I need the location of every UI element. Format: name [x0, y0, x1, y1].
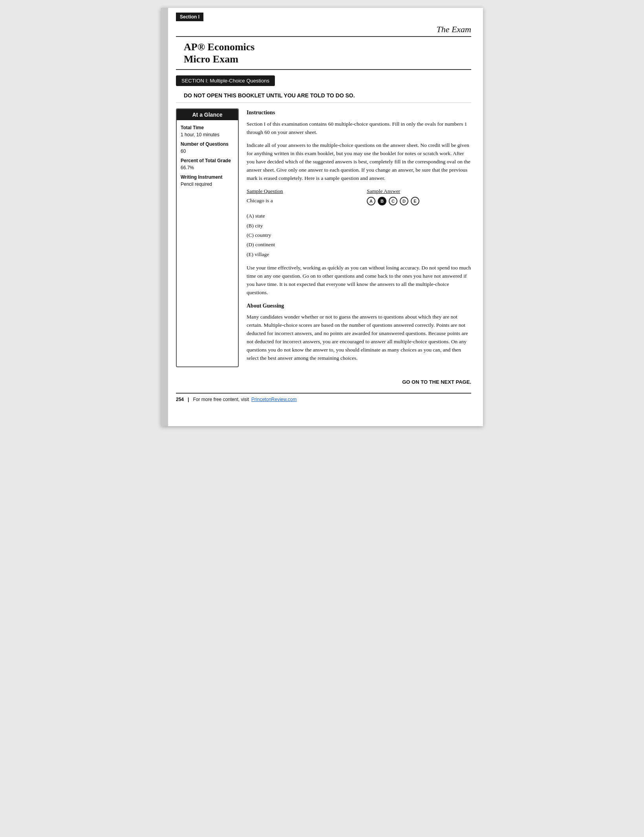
choice-B: (B) city: [247, 221, 471, 231]
footer-link[interactable]: PrincetonReview.com: [251, 397, 296, 402]
do-not-open-notice: DO NOT OPEN THIS BOOKLET UNTIL YOU ARE T…: [176, 86, 471, 103]
go-on-notice: GO ON TO THE NEXT PAGE.: [168, 371, 483, 389]
chicago-line: Chicago is a: [247, 197, 351, 205]
bubble-A: A: [367, 197, 375, 205]
instructions-title: Instructions: [247, 108, 471, 117]
footer-separator: |: [188, 397, 189, 402]
instructions-area: Instructions Section I of this examinati…: [247, 108, 471, 367]
content: Section I The Exam AP® Economics Micro E…: [168, 8, 483, 405]
about-guessing-title: About Guessing: [247, 302, 471, 310]
at-a-glance-body: Total Time 1 hour, 10 minutes Number of …: [177, 120, 238, 194]
header: Section I: [168, 8, 483, 24]
total-time-value: 1 hour, 10 minutes: [181, 131, 234, 138]
section-bar: SECTION I: Multiple-Choice Questions: [176, 75, 275, 86]
instructions-para4: Many candidates wonder whether or not to…: [247, 313, 471, 363]
choice-C: (C) country: [247, 231, 471, 240]
instrument-label: Writing Instrument: [181, 174, 234, 181]
sample-question-label: Sample Question: [247, 187, 351, 196]
instrument-value: Pencil required: [181, 181, 234, 188]
sidebar-strip: [161, 8, 168, 426]
footer-text: For more free content, visit: [193, 397, 249, 402]
bubble-E: E: [411, 197, 419, 205]
sample-table: Sample Question Chicago is a Sample Answ…: [247, 187, 471, 207]
num-questions-value: 60: [181, 148, 234, 155]
bubble-B-filled: B: [378, 197, 386, 205]
sample-question-col: Sample Question Chicago is a: [247, 187, 351, 207]
instructions-para3: Use your time effectively, working as qu…: [247, 264, 471, 297]
exam-title: AP® Economics Micro Exam: [184, 41, 459, 65]
sample-answer-label: Sample Answer: [367, 187, 471, 196]
at-a-glance-box: At a Glance Total Time 1 hour, 10 minute…: [176, 108, 239, 367]
bubble-C: C: [389, 197, 397, 205]
instructions-para1: Section I of this examination contains 6…: [247, 120, 471, 137]
total-time-label: Total Time: [181, 124, 234, 131]
the-exam-line: The Exam: [176, 24, 471, 37]
percent-label: Percent of Total Grade: [181, 157, 234, 164]
percent-value: 66.7%: [181, 164, 234, 171]
footer-page-number: 254: [176, 397, 184, 402]
page: Section I The Exam AP® Economics Micro E…: [161, 8, 483, 426]
section-badge: Section I: [176, 13, 203, 21]
num-questions-label: Number of Questions: [181, 141, 234, 148]
bubble-D: D: [400, 197, 408, 205]
main-layout: At a Glance Total Time 1 hour, 10 minute…: [168, 103, 483, 371]
answer-choices: (A) state (B) city (C) country (D) conti…: [247, 211, 471, 259]
answer-bubbles: A B C D E: [367, 197, 471, 205]
title-area: AP® Economics Micro Exam: [176, 37, 471, 70]
choice-A: (A) state: [247, 211, 471, 221]
choice-D: (D) continent: [247, 240, 471, 249]
choice-E: (E) village: [247, 250, 471, 259]
the-exam-text: The Exam: [436, 24, 471, 35]
at-a-glance-header: At a Glance: [177, 109, 238, 120]
footer: 254 | For more free content, visit Princ…: [176, 393, 471, 405]
sample-answer-col: Sample Answer A B C D E: [367, 187, 471, 207]
instructions-para2: Indicate all of your answers to the mult…: [247, 141, 471, 183]
